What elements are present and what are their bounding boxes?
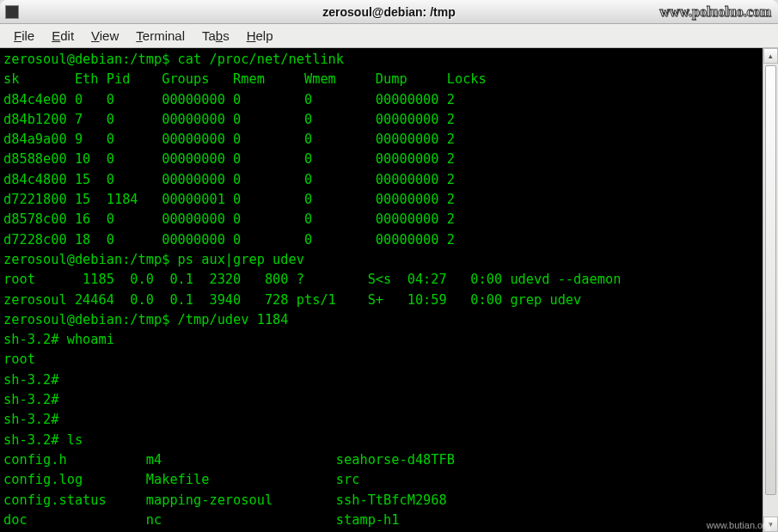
menu-edit[interactable]: Edit [43,26,83,46]
menu-view[interactable]: View [83,26,127,46]
window-titlebar: zerosoul@debian: /tmp www.poluoluo.com [0,0,778,24]
menu-file[interactable]: File [5,26,43,46]
menu-help[interactable]: Help [238,26,282,46]
terminal-app-icon [5,5,19,19]
vertical-scrollbar[interactable]: ▴ ▾ [763,48,778,532]
watermark-top: www.poluoluo.com [659,4,771,20]
scroll-down-arrow-icon[interactable]: ▾ [763,517,778,532]
menu-tabs[interactable]: Tabs [193,26,238,46]
scroll-thumb[interactable] [765,65,776,495]
terminal-pane: zerosoul@debian:/tmp$ cat /proc/net/netl… [0,48,778,532]
menu-terminal[interactable]: Terminal [127,26,193,46]
terminal-output[interactable]: zerosoul@debian:/tmp$ cat /proc/net/netl… [0,48,763,532]
scroll-up-arrow-icon[interactable]: ▴ [763,48,778,64]
menubar: FileEditViewTerminalTabsHelp [0,24,778,48]
